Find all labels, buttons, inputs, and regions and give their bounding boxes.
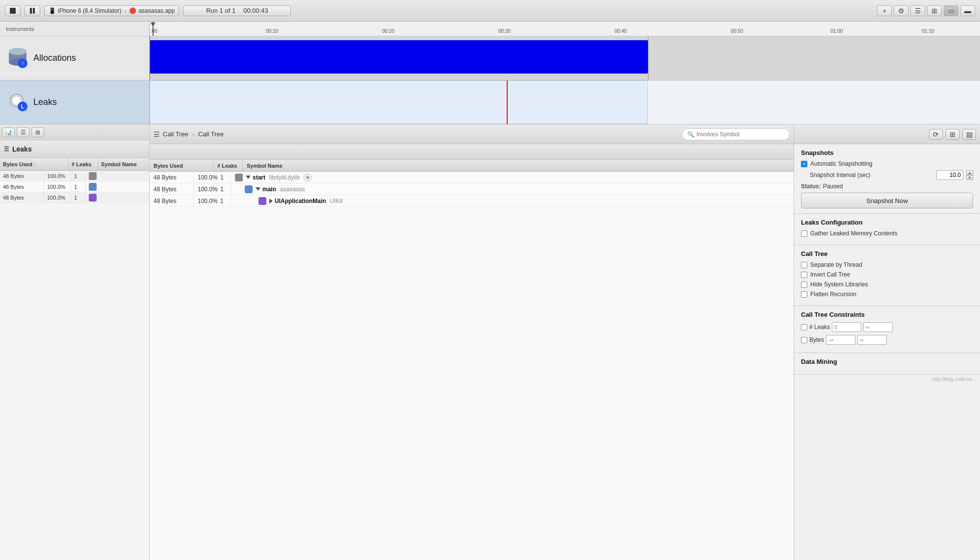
bytes-constraint-checkbox[interactable]: [801, 337, 807, 343]
leaks-config-title: Leaks Configuration: [801, 219, 973, 226]
leaks-column-header[interactable]: # Leaks: [69, 158, 98, 170]
invert-call-tree-checkbox[interactable]: [801, 272, 807, 278]
symbol-search-input[interactable]: [696, 131, 784, 138]
grid-view-button[interactable]: ⊞: [927, 5, 942, 16]
interval-input[interactable]: [936, 170, 963, 180]
ruler-mark-70: 01:10: [922, 28, 934, 34]
table-row[interactable]: 48 Bytes 100.0% 1: [0, 171, 149, 181]
watermark: http://blog.csdn.ne...: [794, 375, 980, 384]
list-view-btn[interactable]: ☰: [17, 127, 29, 137]
pct-cell: 100.0%: [44, 181, 71, 192]
track-start-line: [150, 36, 150, 80]
ct-pct-2: 100.0%: [194, 183, 216, 195]
ct-leaks-header[interactable]: # Leaks: [213, 160, 243, 171]
ruler-marks: :00 00:10 00:20 00:30 00:40 00:50 01:00 …: [150, 22, 980, 36]
auto-snapshot-row: Automatic Snapshotting: [801, 160, 973, 167]
leaks-selection: [150, 80, 648, 124]
pct-cell: 100.0%: [44, 192, 71, 203]
snapshot-now-button[interactable]: Snapshot Now: [801, 193, 973, 208]
leaks-label[interactable]: L Leaks: [0, 80, 150, 124]
allocations-row: ↑ Allocations: [0, 36, 980, 80]
settings-button[interactable]: ⚙: [894, 5, 908, 16]
invert-call-tree-label: Invert Call Tree: [810, 271, 850, 278]
stop-button[interactable]: [5, 5, 21, 16]
status-value: Paused: [823, 183, 843, 190]
chart-view-btn[interactable]: 📊: [2, 127, 15, 137]
bytes-column-header[interactable]: Bytes Used ↓: [0, 158, 69, 170]
symbol-column-header[interactable]: Symbol Name: [98, 158, 149, 170]
table-row[interactable]: 48 Bytes 100.0% 1: [0, 192, 149, 203]
ruler-mark-10: 00:10: [266, 28, 278, 34]
gather-leaked-checkbox[interactable]: [801, 230, 807, 237]
hide-system-libs-checkbox[interactable]: [801, 281, 807, 288]
leaks-list-title: Leaks: [12, 145, 32, 153]
ct-bytes-2: 48 Bytes: [150, 183, 194, 195]
leaks-max-input[interactable]: [863, 322, 893, 332]
toolbar-right-actions: + ⚙ ☰ ⊞ ▭ ▬: [877, 5, 975, 16]
leaks-count-cell: 1: [71, 171, 86, 181]
run-label: Run 1 of 1: [206, 7, 235, 14]
separate-thread-checkbox[interactable]: [801, 262, 807, 268]
bytes-cell: 48 Bytes: [0, 171, 44, 181]
panel-right-button[interactable]: ▬: [960, 5, 975, 16]
bytes-min-input[interactable]: [826, 335, 855, 345]
list-view-button[interactable]: ☰: [910, 5, 925, 16]
ct-row-uiapplication[interactable]: 48 Bytes 100.0% 1 UIApplicationMain UIKi…: [150, 195, 794, 207]
device-name: iPhone 6 (8.4 Simulator): [58, 7, 121, 14]
symbol-search-box[interactable]: 🔍: [682, 128, 790, 140]
pause-button[interactable]: [25, 5, 40, 16]
panel-left-button[interactable]: ▭: [944, 5, 958, 16]
bottom-area: 📊 ☰ ⊞ ☰ Leaks Bytes Used ↓ # Leaks Symbo: [0, 125, 980, 560]
svg-text:L: L: [21, 103, 25, 109]
add-instrument-button[interactable]: +: [877, 5, 892, 16]
allocations-track[interactable]: [150, 36, 980, 80]
snapshots-section: Snapshots Automatic Snapshotting Snapsho…: [794, 144, 980, 214]
ct-symbol-header[interactable]: Symbol Name: [243, 160, 794, 171]
auto-snapshot-label: Automatic Snapshotting: [810, 160, 873, 167]
allocations-label[interactable]: ↑ Allocations: [0, 36, 150, 80]
call-tree-config-title: Call Tree: [801, 250, 973, 257]
ct-row-icon-1: [235, 174, 243, 181]
leaks-constraint-checkbox[interactable]: [801, 324, 807, 331]
leaks-min-input[interactable]: [832, 322, 861, 332]
row-icon-purple: [89, 194, 97, 202]
ct-leaks-3: 1: [216, 195, 231, 206]
status-label: Status:: [801, 183, 821, 190]
ct-leaks-2: 1: [216, 183, 231, 195]
rp-cycle-btn[interactable]: ⟳: [929, 129, 943, 140]
row-icon-gray: [89, 172, 97, 180]
symbol-detail-btn-1[interactable]: ⊕: [304, 174, 311, 181]
ct-row-main[interactable]: 48 Bytes 100.0% 1 main asasasas: [150, 183, 794, 195]
leaks-name: Leaks: [33, 97, 57, 107]
rp-filter-btn[interactable]: ⊞: [946, 129, 959, 140]
auto-snapshot-checkbox[interactable]: [801, 161, 807, 167]
breadcrumb-call-tree-1[interactable]: Call Tree: [163, 130, 188, 138]
expand-icon-1[interactable]: [246, 176, 251, 179]
rp-layout-btn[interactable]: ▤: [962, 129, 976, 140]
expand-icon-3[interactable]: [269, 199, 273, 204]
chevron-right-icon: ›: [124, 7, 126, 14]
ruler-mark-30: 00:30: [498, 28, 511, 34]
run-info: Run 1 of 1 00:00:43: [183, 5, 291, 16]
stepper-down[interactable]: ▼: [966, 175, 973, 180]
leaks-cursor: [507, 80, 508, 124]
ct-symbol-3: UIApplicationMain UIKit: [231, 195, 794, 206]
ruler-mark-20: 00:20: [382, 28, 394, 34]
table-row[interactable]: 48 Bytes 100.0% 1: [0, 181, 149, 192]
ct-row-start[interactable]: 48 Bytes 100.0% 1 start libdyld.dylib ⊕: [150, 172, 794, 183]
ct-bytes-header[interactable]: Bytes Used: [150, 160, 213, 171]
flatten-recursion-checkbox[interactable]: [801, 291, 807, 298]
ruler-track: :00 00:10 00:20 00:30 00:40 00:50 01:00 …: [150, 22, 980, 36]
grid-view-btn2[interactable]: ⊞: [31, 127, 44, 137]
stepper-up[interactable]: ▲: [966, 170, 973, 175]
call-tree-header: ☰ Call Tree › Call Tree 🔍: [150, 125, 794, 144]
call-tree-table-header: Bytes Used # Leaks Symbol Name: [150, 160, 794, 172]
interval-stepper[interactable]: ▲ ▼: [966, 170, 973, 180]
device-selector[interactable]: 📱 iPhone 6 (8.4 Simulator) › 🔴 asasasas.…: [44, 5, 179, 16]
breadcrumb-call-tree-2[interactable]: Call Tree: [198, 130, 224, 138]
leaks-track[interactable]: [150, 80, 980, 124]
bytes-max-input[interactable]: [857, 335, 887, 345]
row-icon-person: [89, 183, 97, 191]
ruler-mark-0: :00: [151, 28, 157, 34]
expand-icon-2[interactable]: [256, 187, 260, 191]
